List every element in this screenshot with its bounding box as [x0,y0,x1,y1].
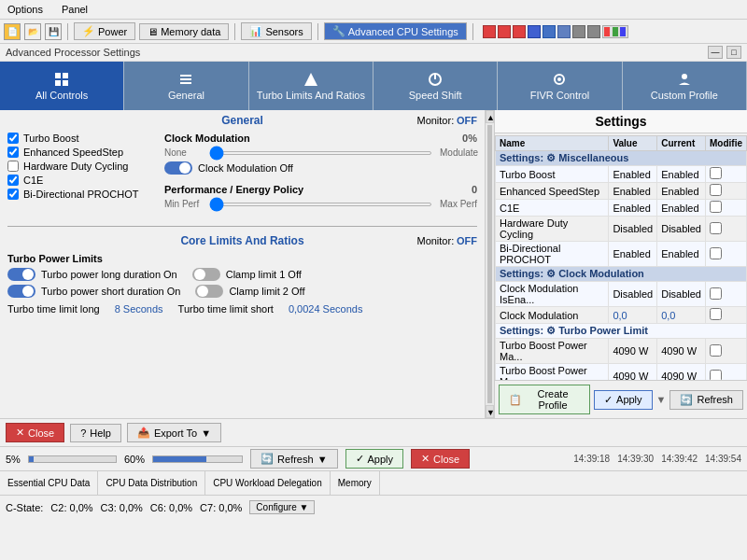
checkbox-c1e[interactable]: C1E [7,175,157,186]
cb-hardware-duty-setting[interactable] [710,222,722,234]
icon-red3[interactable] [513,25,526,38]
export-to-button[interactable]: 📤 Export To ▼ [127,423,221,442]
nav-tabs: All Controls General Turbo Limits And Ra… [0,62,747,110]
checkbox-bidirectional[interactable]: Bi-Directional PROCHOT [7,189,157,200]
settings-scroll: Name Value Current Modifie Settings: ⚙ M… [495,135,747,380]
scroll-up-button[interactable]: ▲ [486,110,494,123]
tab-cpu-distribution[interactable]: CPU Data Distribution [98,471,205,495]
help-button[interactable]: ? Help [70,424,121,442]
checkbox-enhanced-speedstep[interactable]: Enhanced SpeedStep [7,147,157,158]
setting-clock-mod-enabled: Clock Modulation IsEna... Disabled Disab… [496,282,747,307]
cb-turbo-boost[interactable] [7,133,19,144]
left-scrollbar[interactable]: ▲ ▼ [485,110,494,418]
icon-blue2[interactable] [543,25,556,38]
cb-bidirectional-setting[interactable] [710,247,722,259]
general-icon [176,72,195,87]
maximize-button[interactable]: □ [726,46,741,59]
cb-turbo-power-ma2[interactable] [710,370,722,381]
general-monitor: Monitor: OFF [359,115,477,126]
clock-modulation-slider[interactable] [209,151,432,155]
fivr-icon [550,72,569,87]
cb-turbo-power-ma1[interactable] [710,344,722,357]
icon-blue3[interactable] [557,25,571,38]
general-monitor-toggle[interactable]: OFF [457,115,477,126]
turbo-long-toggle[interactable] [7,268,35,281]
status-bar-1: 5% 60% 🔄 Refresh ▼ ✓ Apply ✕ Close 14:39… [0,446,747,470]
tab-cpu-workload[interactable]: CPU Workload Delegation [205,471,331,495]
close-button[interactable]: ✕ Close [6,423,64,442]
clock-modulation-slider-row: None Modulate [164,147,477,158]
save-icon[interactable]: 💾 [45,23,62,40]
nav-tab-turbo-limits[interactable]: Turbo Limits And Ratios [249,62,374,110]
clock-modulation-toggle[interactable] [164,161,192,175]
tab-advanced-cpu[interactable]: 🔧 Advanced CPU Settings [324,22,467,40]
cb-hardware-duty[interactable] [7,161,19,172]
configure-button[interactable]: Configure ▼ [249,500,315,514]
new-icon[interactable]: 📄 [4,23,21,40]
export-chevron-icon: ▼ [201,427,211,439]
apply-checkmark: ✓ [356,453,364,465]
cb-enhanced-speedstep[interactable] [7,147,19,158]
minimize-button[interactable]: — [708,46,723,59]
group-turbo-power-label: Settings: ⚙ Turbo Power Limit [496,324,747,339]
toolbar: 📄 📂 💾 ⚡ Power 🖥 Memory data 📊 Sensors 🔧 … [0,20,747,44]
status-close-button[interactable]: ✕ Close [411,449,470,469]
icon-chart2[interactable] [587,25,600,38]
group-turbo-power: Settings: ⚙ Turbo Power Limit [496,324,747,339]
settings-header-row: Name Value Current Modifie [496,136,747,151]
core-limits-monitor-toggle[interactable]: OFF [457,235,477,246]
cb-c1e[interactable] [7,175,19,186]
scroll-thumb[interactable] [487,125,492,403]
menu-options[interactable]: Options [4,2,47,17]
icon-chart[interactable] [572,25,585,38]
power-row-1: Turbo power long duration On Clamp limit… [7,268,477,281]
sep3 [317,23,318,40]
nav-tab-all-controls[interactable]: All Controls [0,62,124,110]
cb-clock-mod-value[interactable] [710,308,722,320]
status-refresh-button[interactable]: 🔄 Refresh ▼ [250,449,337,469]
settings-apply-button[interactable]: ✓ Apply [594,390,653,410]
cb-turbo-boost-setting[interactable] [710,167,722,179]
tab-power[interactable]: ⚡ Power [74,22,135,40]
settings-action-bar: 📋 Create Profile ✓ Apply ▼ 🔄 Refresh [495,380,747,418]
sep1 [67,23,68,40]
checkbox-hardware-duty[interactable]: Hardware Duty Cycling [7,161,157,172]
clamp2-toggle[interactable] [195,285,223,298]
setting-turbo-boost: Turbo Boost Enabled Enabled [496,166,747,183]
icon-red2[interactable] [498,25,511,38]
settings-refresh-button[interactable]: 🔄 Refresh [669,390,743,410]
right-controls: Clock Modulation 0% None Modulate [164,133,477,218]
checkbox-turbo-boost[interactable]: Turbo Boost [7,133,157,144]
general-section-header: General Monitor: OFF [7,114,477,127]
performance-energy-group: Performance / Energy Policy 0 Min Perf M… [164,184,477,209]
export-icon: 📤 [137,427,150,439]
tab-memory[interactable]: Memory [331,471,380,495]
cb-bidirectional[interactable] [7,189,19,200]
cb-clock-mod-enabled[interactable] [710,287,722,300]
open-icon[interactable]: 📂 [24,23,41,40]
col-name: Name [496,136,609,151]
clamp2-knob [197,286,208,297]
icon-red[interactable] [483,25,496,38]
status-apply-button[interactable]: ✓ Apply [345,449,404,469]
clamp1-toggle[interactable] [192,268,220,281]
icon-blue[interactable] [528,25,541,38]
scroll-down-button[interactable]: ▼ [486,405,494,418]
tab-memory[interactable]: 🖥 Memory data [139,23,229,40]
tab-essential-cpu[interactable]: Essential CPU Data [0,471,98,495]
cb-enhanced-speedstep-setting[interactable] [710,184,722,196]
nav-tab-custom-profile[interactable]: Custom Profile [623,62,747,110]
toggle-knob [179,162,190,174]
turbo-short-knob [22,286,34,297]
tab-sensors[interactable]: 📊 Sensors [241,22,311,40]
nav-tab-general[interactable]: General [124,62,248,110]
nav-tab-speed-shift[interactable]: Speed Shift [374,62,498,110]
cb-c1e-setting[interactable] [710,201,722,213]
performance-slider[interactable] [209,203,432,206]
menu-panel[interactable]: Panel [58,2,92,17]
turbo-short-toggle[interactable] [7,285,35,298]
checkbox-list: Turbo Boost Enhanced SpeedStep Hardware … [7,133,157,211]
time1: 14:39:18 [573,454,610,464]
create-profile-button[interactable]: 📋 Create Profile [499,385,590,414]
nav-tab-fivr[interactable]: FIVR Control [498,62,622,110]
